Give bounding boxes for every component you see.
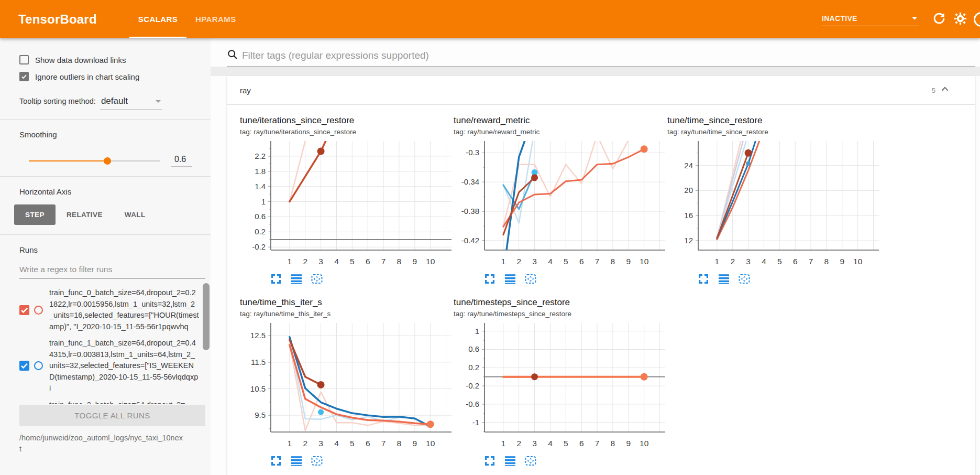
help-icon[interactable] [974, 12, 980, 27]
tab-scalars[interactable]: SCALARS [129, 0, 186, 38]
svg-text:1: 1 [475, 327, 479, 336]
svg-text:1: 1 [501, 439, 506, 448]
svg-text:12: 12 [684, 236, 693, 245]
run-table-button[interactable] [503, 454, 517, 468]
fit-data-icon [311, 273, 323, 285]
chart-tag: tag: ray/tune/time_this_iter_s [240, 310, 452, 318]
tag-filter-row [211, 38, 980, 67]
tag-group-header[interactable]: ray 5 [227, 76, 975, 105]
expand-chart-button[interactable] [697, 272, 710, 286]
scalars-dashboard: ray 5 tune/iterations_since_restoretag: … [211, 38, 980, 475]
scalar-chart-card: tune/time_since_restoretag: ray/tune/tim… [667, 115, 879, 286]
expand-chart-button[interactable] [269, 272, 283, 286]
background-band [211, 67, 980, 76]
smoothing-slider[interactable] [29, 157, 160, 165]
fit-domain-button[interactable] [310, 272, 324, 286]
chevron-down-icon [156, 100, 161, 103]
smoothing-value[interactable]: 0.6 [171, 155, 192, 167]
fit-data-icon [524, 455, 537, 467]
chart-plot[interactable]: 2.21.81.410.60.2-0.212345678910 [240, 138, 452, 269]
chart-plot[interactable]: 2420161212345678910 [667, 138, 879, 269]
tag-group-name: ray [240, 86, 251, 95]
expand-chart-button[interactable] [483, 454, 497, 468]
run-color-swatch [34, 361, 43, 370]
tooltip-sorting-dropdown[interactable]: default [100, 96, 162, 110]
run-table-button[interactable] [290, 454, 303, 468]
axis-step-button[interactable]: STEP [14, 204, 56, 225]
refresh-button[interactable] [929, 9, 950, 30]
svg-text:1: 1 [288, 439, 292, 448]
fit-domain-button[interactable] [524, 454, 537, 468]
svg-text:2.2: 2.2 [255, 152, 266, 160]
run-checkbox[interactable] [19, 361, 29, 371]
lines-icon [290, 455, 303, 467]
svg-text:7: 7 [381, 257, 386, 266]
svg-text:7: 7 [595, 257, 600, 266]
chart-title: tune/time_this_iter_s [240, 297, 452, 308]
run-table-button[interactable] [290, 272, 303, 286]
svg-text:2: 2 [303, 439, 307, 448]
chart-plot[interactable]: -0.3-0.34-0.38-0.4212345678910 [454, 138, 665, 269]
toggle-all-runs-button[interactable]: TOGGLE ALL RUNS [19, 405, 205, 426]
expand-chart-button[interactable] [483, 272, 497, 286]
svg-text:-0.2: -0.2 [252, 242, 266, 251]
chart-plot[interactable]: 10.60.2-0.2-0.6-112345678910 [454, 320, 665, 451]
svg-text:2: 2 [516, 257, 521, 266]
svg-text:24: 24 [684, 161, 693, 170]
svg-text:6: 6 [366, 439, 370, 448]
svg-text:-0.2: -0.2 [466, 381, 479, 390]
svg-text:4: 4 [762, 257, 766, 266]
svg-text:1: 1 [501, 257, 506, 266]
fit-domain-button[interactable] [737, 272, 751, 286]
chart-toolbar [269, 272, 452, 286]
app-title: TensorBoard [18, 12, 97, 27]
svg-text:4: 4 [334, 439, 339, 448]
tab-hparams[interactable]: HPARAMS [186, 0, 245, 38]
svg-text:9: 9 [412, 257, 417, 266]
run-table-button[interactable] [717, 272, 731, 286]
lines-icon [504, 455, 516, 467]
chevron-up-icon[interactable] [939, 83, 951, 97]
run-status-dropdown[interactable]: INACTIVE [821, 13, 919, 26]
gear-icon [953, 12, 967, 27]
checkbox-ignore-outliers[interactable] [19, 72, 29, 81]
slider-thumb[interactable] [104, 157, 111, 165]
runs-filter-input[interactable] [19, 262, 205, 279]
chart-tag: tag: ray/tune/time_since_restore [667, 128, 879, 136]
svg-text:-1: -1 [472, 418, 479, 427]
axis-wall-button[interactable]: WALL [114, 204, 157, 225]
fit-domain-button[interactable] [524, 272, 537, 286]
svg-text:0.6: 0.6 [255, 212, 266, 221]
lines-icon [718, 273, 730, 285]
settings-button[interactable] [950, 9, 971, 30]
svg-text:4: 4 [548, 257, 553, 266]
axis-relative-button[interactable]: RELATIVE [56, 204, 114, 225]
chart-plot[interactable]: 12.511.510.59.512345678910 [240, 320, 452, 451]
tag-filter-input[interactable] [242, 50, 975, 61]
run-row: train_func_2_batch_size=64,dropout_2= [19, 400, 211, 404]
chart-toolbar [483, 454, 665, 468]
expand-chart-button[interactable] [269, 454, 283, 468]
svg-text:12.5: 12.5 [250, 331, 266, 340]
runs-scrollbar[interactable] [203, 283, 210, 350]
svg-text:6: 6 [579, 257, 584, 266]
svg-text:3: 3 [318, 257, 323, 266]
svg-text:7: 7 [809, 257, 813, 266]
svg-text:9: 9 [626, 257, 631, 266]
run-checkbox[interactable] [19, 305, 29, 315]
run-name: train_func_1_batch_size=64,dropout_2=0.4… [49, 338, 199, 394]
scalar-chart-card: tune/reward_metrictag: ray/tune/reward_m… [454, 115, 665, 286]
checkbox-download-links[interactable] [19, 55, 29, 64]
chart-title: tune/timesteps_since_restore [454, 297, 665, 308]
run-table-button[interactable] [503, 272, 517, 286]
svg-text:-0.3: -0.3 [466, 148, 479, 157]
svg-text:5: 5 [564, 257, 568, 266]
svg-text:10: 10 [426, 257, 435, 266]
svg-text:5: 5 [564, 439, 568, 448]
fit-domain-button[interactable] [310, 454, 324, 468]
chart-tag: tag: ray/tune/reward_metric [454, 128, 665, 136]
header-actions: INACTIVE [821, 0, 980, 38]
fullscreen-icon [270, 455, 282, 467]
svg-text:0.2: 0.2 [468, 363, 479, 372]
horizontal-axis-label: Horizontal Axis [19, 177, 211, 196]
